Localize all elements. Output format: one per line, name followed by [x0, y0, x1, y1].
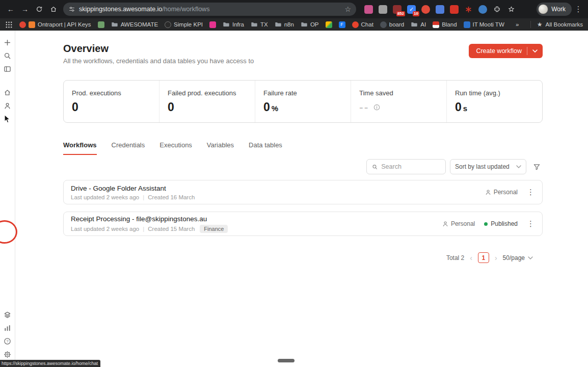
bookmarks-overflow-chevron[interactable]: » [516, 21, 519, 28]
bookmark-folder-ai[interactable]: AI [411, 21, 426, 28]
page-subtitle: All the workflows, credentials and data … [63, 57, 254, 65]
bookmark-board[interactable]: board [380, 21, 404, 28]
site-info-icon[interactable] [68, 6, 75, 13]
sidebar-personal-icon[interactable] [3, 101, 13, 110]
bookmark-folder-tx[interactable]: TX [251, 21, 268, 28]
favicon [352, 21, 359, 28]
prev-page-button[interactable]: ‹ [470, 254, 472, 262]
card-menu-button[interactable]: ⋮ [527, 219, 534, 228]
favicon-bookmark[interactable] [209, 21, 216, 28]
meta-divider: | [143, 194, 144, 200]
bookmark-label: board [389, 21, 404, 28]
back-button[interactable]: ← [4, 3, 17, 16]
stat-value: 0 [72, 100, 78, 114]
extension-icon[interactable] [436, 5, 444, 14]
tab-bar: Workflows Credentials Executions Variabl… [63, 141, 543, 155]
reload-button[interactable] [33, 3, 46, 16]
workflow-tag[interactable]: Finance [200, 225, 228, 233]
favicon-bookmark[interactable]: F [339, 21, 345, 28]
add-workflow-icon[interactable] [3, 38, 13, 47]
person-icon [442, 221, 448, 227]
extension-icon[interactable]: ✓ 10 [407, 5, 416, 14]
info-icon[interactable] [373, 104, 380, 111]
bookmark-folder-infra[interactable]: Infra [223, 21, 244, 28]
stat-value: 0 [168, 100, 174, 114]
insights-icon[interactable] [3, 323, 13, 332]
forward-button[interactable]: → [18, 3, 32, 16]
bookmark-folder-op[interactable]: OP [301, 21, 319, 28]
page-size-select[interactable]: 50/page [503, 254, 533, 261]
workflow-title: Receipt Processing - file@skippingstones… [71, 215, 228, 223]
browser-toolbar: ← → skippingstones.awesomate.io /home/wo… [0, 0, 588, 18]
apps-grid-icon[interactable] [5, 21, 13, 29]
bookmark-folder-n8n[interactable]: n8n [275, 21, 294, 28]
extension-icon[interactable] [379, 5, 387, 14]
extension-icon[interactable] [478, 5, 487, 14]
workflow-updated: Last updated 2 weeks ago [71, 226, 139, 232]
extension-icon[interactable] [464, 5, 473, 14]
sidebar-home-icon[interactable] [3, 88, 13, 97]
search-box[interactable] [366, 159, 446, 174]
templates-icon[interactable] [3, 310, 13, 319]
all-bookmarks-button[interactable]: ★ All Bookmarks [530, 21, 583, 28]
tab-workflows[interactable]: Workflows [63, 141, 97, 155]
filter-button[interactable] [530, 159, 543, 174]
folder-icon [411, 21, 418, 28]
extension-badge: 852 [396, 11, 405, 16]
sidebar-search-icon[interactable] [3, 51, 13, 60]
bookmark-star-icon[interactable]: ☆ [344, 5, 351, 13]
home-button[interactable] [47, 3, 60, 16]
create-workflow-button[interactable]: Create workflow [469, 44, 543, 58]
extensions-puzzle-icon[interactable] [493, 5, 501, 14]
folder-icon [223, 21, 230, 28]
card-menu-button[interactable]: ⋮ [527, 188, 534, 197]
address-bar[interactable]: skippingstones.awesomate.io /home/workfl… [63, 3, 356, 16]
tab-credentials[interactable]: Credentials [112, 141, 145, 155]
bookmark-ontraport[interactable]: Ontraport | API Keys [19, 21, 91, 28]
extensions-row: 852 ✓ 10 [364, 5, 516, 14]
favicon-bookmark[interactable] [98, 21, 104, 28]
next-page-button[interactable]: › [495, 254, 497, 262]
profile-chip[interactable]: Work [537, 3, 572, 16]
favicon [433, 21, 439, 28]
favicon-bookmark[interactable] [326, 21, 332, 28]
tab-executions[interactable]: Executions [159, 141, 192, 155]
bookmark-simple-kpi[interactable]: Simple KPI [165, 21, 203, 28]
button-divider [527, 47, 527, 55]
stat-label: Failure rate [263, 89, 342, 97]
sort-dropdown[interactable]: Sort by last updated [450, 159, 526, 174]
settings-gear-icon[interactable] [3, 350, 13, 359]
side-panel-icon[interactable] [507, 5, 516, 14]
filter-funnel-icon [533, 163, 541, 171]
favicon [29, 21, 35, 28]
search-input[interactable] [381, 163, 440, 170]
stat-label: Prod. executions [72, 89, 151, 97]
workflow-card[interactable]: Drive - Google Folder Assistant Last upd… [63, 180, 543, 204]
tab-data-tables[interactable]: Data tables [249, 141, 282, 155]
bookmark-folder-awesomate[interactable]: AWESOMATE [111, 21, 158, 28]
chevron-down-icon[interactable] [532, 49, 538, 53]
chevron-down-icon [516, 165, 521, 168]
bookmark-label: Bland [442, 21, 457, 28]
stat-label: Failed prod. executions [168, 89, 247, 97]
bookmark-it-mooti[interactable]: IT Mooti TW [464, 21, 504, 28]
chevron-down-icon [528, 256, 533, 259]
status-label: Published [491, 220, 518, 227]
bookmark-bland[interactable]: Bland [433, 21, 457, 28]
workflow-card[interactable]: Receipt Processing - file@skippingstones… [63, 212, 543, 236]
all-bookmarks-label: All Bookmarks [545, 21, 583, 28]
bookmark-chat[interactable]: Chat [352, 21, 373, 28]
extension-icon[interactable]: 852 [393, 5, 402, 14]
current-page[interactable]: 1 [478, 252, 489, 263]
extension-icon[interactable] [450, 5, 459, 14]
panel-toggle-icon[interactable] [3, 64, 13, 73]
pagination-total: Total 2 [446, 254, 464, 261]
help-icon[interactable]: ? [3, 336, 13, 346]
bookmark-label: Ontraport | API Keys [38, 21, 91, 28]
workflow-updated: Last updated 2 weeks ago [71, 194, 139, 200]
browser-menu-button[interactable]: ⋮ [573, 5, 584, 14]
folder-icon [111, 21, 118, 28]
extension-icon[interactable] [421, 5, 430, 14]
tab-variables[interactable]: Variables [207, 141, 234, 155]
extension-icon[interactable] [364, 5, 373, 14]
